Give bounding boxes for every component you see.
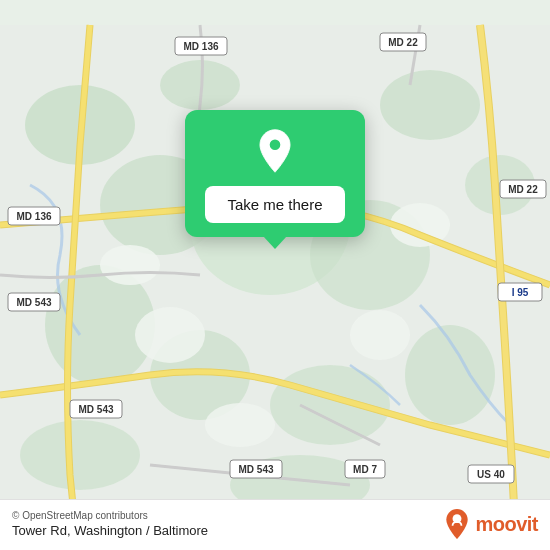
svg-text:MD 136: MD 136 <box>16 211 51 222</box>
svg-text:MD 543: MD 543 <box>16 297 51 308</box>
svg-text:US 40: US 40 <box>477 469 505 480</box>
take-me-there-button[interactable]: Take me there <box>205 186 345 223</box>
map-container: MD 136 MD 22 MD 136 MD 22 MD 543 I 95 MD… <box>0 0 550 550</box>
location-popup: Take me there <box>185 110 365 237</box>
svg-point-18 <box>135 307 205 363</box>
svg-text:MD 543: MD 543 <box>78 404 113 415</box>
bottom-bar: © OpenStreetMap contributors Tower Rd, W… <box>0 499 550 550</box>
osm-credit: © OpenStreetMap contributors <box>12 510 208 521</box>
svg-text:MD 136: MD 136 <box>183 41 218 52</box>
moovit-brand-text: moovit <box>475 513 538 536</box>
svg-point-12 <box>20 420 140 490</box>
svg-point-3 <box>380 70 480 140</box>
moovit-logo: moovit <box>443 508 538 540</box>
svg-text:MD 22: MD 22 <box>508 184 538 195</box>
svg-text:MD 7: MD 7 <box>353 464 377 475</box>
moovit-brand-icon <box>443 508 471 540</box>
svg-text:I 95: I 95 <box>512 287 529 298</box>
svg-point-41 <box>269 138 281 150</box>
location-name: Tower Rd, Washington / Baltimore <box>12 523 208 538</box>
svg-point-19 <box>350 310 410 360</box>
svg-point-15 <box>100 245 160 285</box>
svg-text:MD 22: MD 22 <box>388 37 418 48</box>
svg-text:MD 543: MD 543 <box>238 464 273 475</box>
bottom-left-info: © OpenStreetMap contributors Tower Rd, W… <box>12 510 208 538</box>
svg-point-20 <box>205 403 275 447</box>
popup-tail <box>263 236 287 249</box>
location-pin-icon <box>252 128 298 174</box>
map-background: MD 136 MD 22 MD 136 MD 22 MD 543 I 95 MD… <box>0 0 550 550</box>
